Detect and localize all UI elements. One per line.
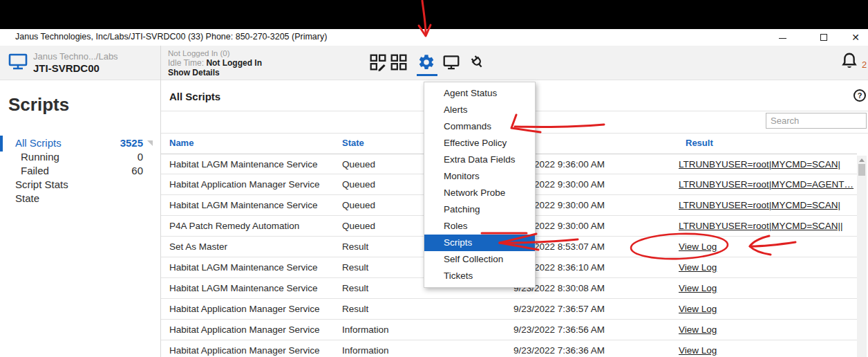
minimize-icon — [779, 38, 786, 39]
active-tool-underline — [417, 74, 437, 76]
failed-count: 60 — [131, 165, 143, 176]
table-scrollbar[interactable] — [857, 156, 867, 357]
running-count: 0 — [138, 151, 143, 163]
cell-state: Information — [342, 324, 389, 335]
notification-count-badge: 2 — [862, 60, 867, 70]
menu-item-roles[interactable]: Roles — [424, 218, 535, 235]
window-title: Janus Technologies, Inc/Labs/JTI-SVRDC00… — [15, 32, 327, 42]
sidebar-item-failed[interactable]: Failed 60 — [0, 164, 160, 178]
menu-item-monitors[interactable]: Monitors — [424, 168, 535, 185]
view-log-link[interactable]: View Log — [679, 241, 717, 252]
view-log-link[interactable]: View Log — [679, 262, 717, 273]
result-link[interactable]: LTRUNBYUSER=root|MYCMD=AGENT… — [679, 179, 853, 190]
cell-state: Result — [342, 283, 368, 293]
desktop-background — [0, 0, 868, 29]
scrollbar-thumb[interactable] — [858, 164, 865, 176]
cell-state: Queued — [342, 179, 375, 190]
cell-datetime: 9/23/2022 7:36:36 AM — [513, 345, 605, 356]
close-button[interactable]: ✕ — [842, 29, 868, 46]
menu-item-effective-policy[interactable]: Effective Policy — [424, 135, 535, 152]
menu-item-extra-data-fields[interactable]: Extra Data Fields — [424, 152, 535, 168]
sidebar-title: Scripts — [8, 94, 69, 116]
cell-name: Habitat LAGM Maintenance Service — [169, 262, 335, 273]
help-icon[interactable]: ? — [853, 89, 867, 102]
window-titlebar: Janus Technologies, Inc/Labs/JTI-SVRDC00… — [0, 29, 868, 46]
cell-name: Habitat Application Manager Service — [169, 304, 335, 314]
result-link[interactable]: LTRUNBYUSER=root|MYCMD=SCAN| — [679, 200, 840, 210]
result-link[interactable]: LTRUNBYUSER=root|MYCMD=SCAN|| — [679, 221, 843, 231]
all-scripts-count: 3525 — [120, 137, 143, 149]
computer-monitor-icon — [8, 53, 28, 71]
svg-text:?: ? — [858, 91, 862, 100]
minimize-button[interactable] — [768, 29, 796, 46]
settings-dropdown-menu: Agent Status Alerts Commands Effective P… — [424, 82, 536, 288]
sidebar-item-script-stats[interactable]: Script Stats — [0, 178, 160, 192]
page-title: All Scripts — [169, 91, 220, 102]
settings-gear-icon[interactable] — [417, 53, 435, 71]
cell-state: Queued — [342, 200, 375, 210]
cell-name: Habitat Application Manager Service — [169, 179, 335, 190]
cell-state: Result — [342, 304, 368, 314]
cell-name: Habitat LAGM Maintenance Service — [169, 283, 335, 293]
sidebar-item-all-scripts[interactable]: All Scripts 3525 — [0, 136, 160, 150]
table-row[interactable]: Habitat Application Manager Service Info… — [161, 340, 857, 357]
app-window: Janus Technologies, Inc/Labs/JTI-SVRDC00… — [0, 0, 868, 357]
menu-item-scripts[interactable]: Scripts — [424, 235, 535, 251]
cell-state: Queued — [342, 159, 375, 170]
view-log-link[interactable]: View Log — [679, 324, 717, 335]
cell-name: Set As Master — [169, 241, 335, 252]
computer-name: JTI-SVRDC00 — [33, 62, 100, 74]
login-status-block: Not Logged In (0) Idle Time: Not Logged … — [168, 48, 262, 77]
cell-datetime: 9/23/2022 7:36:56 AM — [513, 324, 605, 335]
cell-state: Result — [342, 241, 368, 252]
idle-time-value: Not Logged In — [206, 58, 262, 68]
cell-state: Queued — [342, 221, 375, 231]
cell-name: P4A Patch Remedy Automation — [169, 221, 335, 231]
maximize-button[interactable] — [810, 29, 838, 46]
collapse-triangle-icon[interactable] — [147, 140, 153, 146]
cell-name: Habitat Application Manager Service — [169, 345, 335, 356]
sidebar-item-state[interactable]: State — [0, 192, 160, 205]
view-log-link[interactable]: View Log — [679, 304, 717, 314]
show-details-link[interactable]: Show Details — [168, 68, 262, 77]
result-link[interactable]: LTRUNBYUSER=root|MYCMD=SCAN| — [679, 159, 840, 170]
power-plug-icon[interactable] — [469, 53, 487, 71]
agent-header-bar: Janus Techno.../Labs JTI-SVRDC00 Not Log… — [0, 46, 868, 80]
cell-state: Result — [342, 262, 368, 273]
idle-time-line: Idle Time: Not Logged In — [168, 58, 262, 68]
sidebar-item-running[interactable]: Running 0 — [0, 150, 160, 164]
menu-item-agent-status[interactable]: Agent Status — [424, 85, 535, 102]
notifications-bell-icon[interactable] — [840, 52, 858, 71]
menu-item-tickets[interactable]: Tickets — [424, 268, 535, 284]
close-icon: ✕ — [851, 32, 860, 43]
logged-in-status: Not Logged In (0) — [168, 48, 262, 58]
breadcrumb[interactable]: Janus Techno.../Labs — [33, 51, 118, 62]
script-edit-icon[interactable] — [369, 53, 387, 71]
grid-tiles-icon[interactable] — [390, 53, 408, 71]
menu-item-self-collection[interactable]: Self Collection — [424, 251, 535, 268]
cell-datetime: 9/23/2022 7:36:57 AM — [513, 304, 605, 314]
view-log-link[interactable]: View Log — [679, 345, 717, 356]
cell-name: Habitat Application Manager Service — [169, 324, 335, 335]
cell-name: Habitat LAGM Maintenance Service — [169, 159, 335, 170]
table-row[interactable]: Habitat Application Manager Service Resu… — [161, 299, 857, 320]
view-log-link[interactable]: View Log — [679, 283, 717, 293]
column-header-name[interactable]: Name — [169, 138, 194, 148]
remote-monitor-icon[interactable] — [442, 53, 460, 71]
maximize-icon — [820, 34, 827, 41]
menu-item-alerts[interactable]: Alerts — [424, 102, 535, 118]
cell-state: Information — [342, 345, 389, 356]
cell-name: Habitat LAGM Maintenance Service — [169, 200, 335, 210]
scrollbar-up-arrow-icon[interactable] — [859, 158, 865, 162]
menu-item-commands[interactable]: Commands — [424, 118, 535, 135]
search-input[interactable] — [766, 113, 867, 129]
column-header-state[interactable]: State — [342, 138, 364, 148]
column-header-result[interactable]: Result — [686, 138, 713, 148]
menu-item-patching[interactable]: Patching — [424, 201, 535, 218]
menu-item-network-probe[interactable]: Network Probe — [424, 185, 535, 201]
table-row[interactable]: Habitat Application Manager Service Info… — [161, 320, 857, 340]
